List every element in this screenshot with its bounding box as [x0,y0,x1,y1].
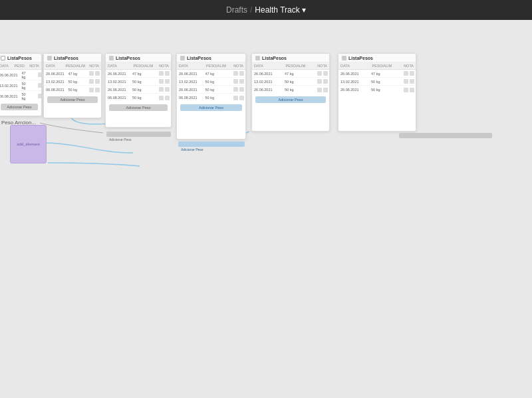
check-icon [1,56,5,60]
add-peso-btn[interactable]: Adicionar Peso [1,104,38,110]
table-row: 26.06.2021 47 kg [338,70,416,78]
table-row: 26.06.2021 47 kg [106,70,171,78]
edit-icon[interactable] [317,88,322,92]
table-row: 06.08.2021 50 kg [0,91,41,101]
delete-icon[interactable] [410,71,414,76]
col-header: DATA PESO/ALIM NOTA [106,62,171,70]
col-header: DATA PESO NOTA [0,62,41,70]
card-listapesos-4: ListaPesos DATA PESO/ALIM NOTA 26.06.202… [251,53,330,132]
edit-icon[interactable] [404,88,408,92]
canvas: ListaPesos DATA PESO NOTA 26.06.2021 47 … [0,20,532,398]
delete-icon[interactable] [239,96,244,100]
table-icon [342,56,346,60]
edit-icon[interactable] [89,88,94,92]
delete-icon[interactable] [95,71,100,76]
table-row: 26.06.2021 50 kg [177,86,245,94]
table-icon [180,56,185,60]
edit-icon[interactable] [404,79,408,84]
dropdown-icon[interactable]: ▾ [302,5,306,15]
add-peso-btn-1[interactable]: Adicionar Peso [47,96,98,103]
card1-title: ListaPesos [44,54,101,62]
edit-icon[interactable] [233,96,238,100]
delete-icon[interactable] [239,79,244,84]
purple-card-label: add_element [14,140,43,149]
col-header: DATA PESO/ALIM NOTA [177,62,245,70]
edit-icon[interactable] [317,71,322,76]
partial-card-table: DATA PESO NOTA 26.06.2021 47 kg 13.02.20… [0,62,41,101]
purple-card: add_element [10,125,47,163]
table-row: 26.06.2021 50 kg [252,86,329,94]
col-header: DATA PESO/ALIM NOTA [338,62,416,70]
table-row: 06.08.2021 50 kg [44,86,101,94]
delete-icon[interactable] [323,79,328,84]
table-row: 06.08.2021 50 kg [177,94,245,102]
table-row: 26.06.2021 47 kg [252,70,329,78]
table-row: 13.02.2021 50 kg [177,78,245,86]
add-peso-btn-3[interactable]: Adicionar Peso [180,104,242,111]
edit-icon[interactable] [233,87,238,92]
partial-card: ListaPesos DATA PESO NOTA 26.06.2021 47 … [0,53,42,116]
table-row: 06.08.2021 50 kg [106,94,171,102]
edit-icon[interactable] [38,72,42,77]
card-listapesos-1: ListaPesos DATA PESO/ALIM NOTA 26.06.202… [43,53,102,118]
drafts-link[interactable]: Drafts [226,5,247,15]
card-listapesos-3: ListaPesos DATA PESO/ALIM NOTA 26.06.202… [176,53,246,140]
edit-icon[interactable] [159,71,164,76]
edit-icon[interactable] [38,83,42,88]
delete-icon[interactable] [95,79,100,84]
card5-title: ListaPesos [338,54,416,62]
table-icon [109,56,114,60]
table-row: 13.02.2021 50 kg [106,78,171,86]
card4-table: DATA PESO/ALIM NOTA 26.06.2021 47 kg 13.… [252,62,329,94]
card4-title: ListaPesos [252,54,329,62]
add-peso-btn-2[interactable]: Adicionar Peso [109,104,168,111]
delete-icon[interactable] [323,88,328,92]
bottom-bar-2[interactable]: Adicionar Peso [178,142,245,147]
delete-icon[interactable] [165,79,170,84]
topbar: Drafts / Health Track ▾ [0,0,532,20]
card2-table: DATA PESO/ALIM NOTA 26.06.2021 47 kg 13.… [106,62,171,102]
delete-icon[interactable] [239,71,244,76]
bottom-bar-1[interactable]: Adicionar Peso [106,132,171,137]
col-header: DATA PESO/ALIM NOTA [44,62,101,70]
bottom-bar-3[interactable] [399,133,492,138]
col-header: DATA PESO/ALIM NOTA [252,62,329,70]
edit-icon[interactable] [89,71,94,76]
edit-icon[interactable] [233,71,238,76]
edit-icon[interactable] [159,87,164,92]
table-row: 26.06.2021 50 kg [106,86,171,94]
card-listapesos-2: ListaPesos DATA PESO/ALIM NOTA 26.06.202… [105,53,172,128]
table-icon [47,56,52,60]
edit-icon[interactable] [159,79,164,84]
table-row: 13.02.2021 50 kg [338,78,416,86]
delete-icon[interactable] [165,87,170,92]
card3-table: DATA PESO/ALIM NOTA 26.06.2021 47 kg 13.… [177,62,245,102]
edit-icon[interactable] [317,79,322,84]
card5-table: DATA PESO/ALIM NOTA 26.06.2021 47 kg 13.… [338,62,416,94]
delete-icon[interactable] [165,96,170,100]
delete-icon[interactable] [95,88,100,92]
edit-icon[interactable] [233,79,238,84]
table-row: 26.06.2021 47 kg [44,70,101,78]
delete-icon[interactable] [410,79,414,84]
table-row: 26.06.2021 47 kg [177,70,245,78]
delete-icon[interactable] [239,87,244,92]
edit-icon[interactable] [404,71,408,76]
table-row: 26.06.2021 47 kg [0,70,41,80]
table-row: 13.02.2021 50 kg [252,78,329,86]
delete-icon[interactable] [165,71,170,76]
card3-title: ListaPesos [177,54,245,62]
table-row: 26.06.2021 50 kg [338,86,416,94]
edit-icon[interactable] [38,94,42,98]
delete-icon[interactable] [410,88,414,92]
add-peso-btn-4[interactable]: Adicionar Peso [255,96,326,103]
delete-icon[interactable] [323,71,328,76]
project-name: Health Track ▾ [255,5,306,15]
breadcrumb-separator: / [250,5,252,15]
edit-icon[interactable] [159,96,164,100]
breadcrumb: Drafts / Health Track ▾ [226,5,306,15]
partial-card-title: ListaPesos [0,54,41,62]
card-listapesos-5: ListaPesos DATA PESO/ALIM NOTA 26.06.202… [338,53,416,132]
table-row: 13.02.2021 50 kg [0,80,41,91]
edit-icon[interactable] [89,79,94,84]
